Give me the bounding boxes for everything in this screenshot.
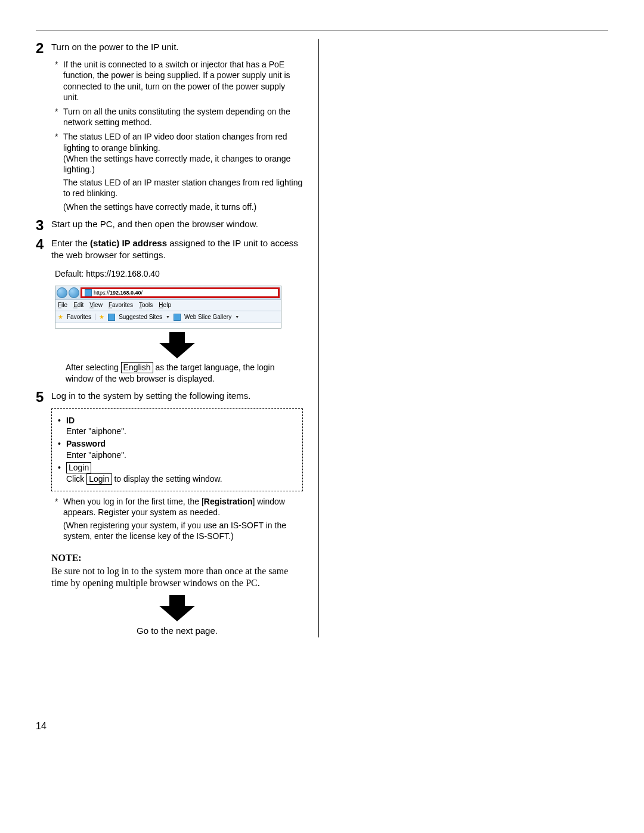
address-bar-highlight: https://192.168.0.40/	[80, 287, 280, 298]
asterisk: *	[55, 106, 63, 128]
address-text: https://192.168.0.40/	[94, 289, 143, 296]
menu-item: Edit	[73, 301, 83, 309]
menu-item: View	[89, 301, 103, 309]
text-bold: Registration	[204, 497, 253, 506]
step-number: 5	[36, 390, 51, 637]
sub-continuation: (When the settings have correctly made, …	[63, 202, 303, 212]
dropdown-icon: ▼	[166, 314, 170, 320]
left-column: 2 Turn on the power to the IP unit. * If…	[36, 39, 318, 637]
step-title: Start up the PC, and then open the brows…	[51, 218, 303, 230]
login-box: Login	[86, 473, 112, 485]
menu-item: Help	[159, 301, 171, 309]
star-icon: ★	[58, 313, 63, 321]
bullet-body: Login Click Login to display the setting…	[66, 462, 296, 485]
arrow-down-icon	[159, 595, 195, 621]
bullet-body: ID Enter "aiphone".	[66, 415, 296, 438]
text: (When the settings have correctly made, …	[63, 154, 290, 174]
browser-favorites-bar: ★ Favorites ★ Suggested Sites ▼ Web Slic…	[55, 311, 281, 323]
sub-text: Turn on all the units constituting the s…	[63, 106, 303, 128]
after-language-text: After selecting English as the target la…	[66, 362, 303, 384]
menu-item: Favorites	[109, 301, 133, 309]
bullet-dot: •	[58, 438, 66, 461]
bullet-item: • Login Click Login to display the setti…	[58, 462, 296, 485]
default-url: Default: https://192.168.0.40	[55, 268, 303, 280]
browser-toolbar: https://192.168.0.40/	[55, 286, 281, 299]
browser-viewport	[55, 323, 281, 328]
step-number: 2	[36, 41, 51, 215]
step-body: Turn on the power to the IP unit. * If t…	[51, 41, 303, 215]
browser-screenshot: https://192.168.0.40/ File Edit View Fav…	[55, 286, 281, 329]
note-heading: NOTE:	[51, 552, 303, 565]
step-2: 2 Turn on the power to the IP unit. * If…	[36, 41, 303, 215]
id-label: ID	[66, 416, 75, 425]
sub-continuation: (When registering your system, if you us…	[63, 520, 303, 541]
step-number: 4	[36, 237, 51, 385]
step-title: Log in to the system by setting the foll…	[51, 390, 303, 402]
text-bold: (static) IP address	[90, 238, 167, 248]
browser-menu: File Edit View Favorites Tools Help	[55, 299, 281, 311]
forward-icon	[69, 287, 79, 298]
bullet-item: • ID Enter "aiphone".	[58, 415, 296, 438]
bullet-dot: •	[58, 415, 66, 438]
page-icon	[174, 314, 181, 321]
asterisk: *	[55, 59, 63, 103]
sub-continuation: The status LED of an IP master station c…	[63, 177, 303, 199]
arrow-down-icon	[159, 332, 195, 358]
step-title: Enter the (static) IP address assigned t…	[51, 237, 303, 262]
asterisk: *	[55, 496, 63, 518]
text: The status LED of an IP video door stati…	[63, 132, 287, 152]
step-5: 5 Log in to the system by setting the fo…	[36, 390, 303, 637]
fav-link: Suggested Sites	[119, 313, 162, 321]
step-4: 4 Enter the (static) IP address assigned…	[36, 237, 303, 385]
top-rule	[36, 30, 608, 30]
favorites-label: Favorites	[67, 313, 91, 321]
text: Enter the	[51, 238, 90, 248]
page-number: 14	[36, 721, 608, 732]
two-column-layout: 2 Turn on the power to the IP unit. * If…	[36, 39, 608, 637]
password-label: Password	[66, 439, 106, 448]
dropdown-icon: ▼	[235, 314, 239, 320]
password-text: Enter "aiphone".	[66, 450, 126, 460]
step-title: Turn on the power to the IP unit.	[51, 41, 303, 53]
step-number: 3	[36, 218, 51, 236]
note-body: Be sure not to log in to the system more…	[51, 565, 303, 589]
url-prefix: https://	[94, 290, 110, 296]
bullet-item: • Password Enter "aiphone".	[58, 438, 296, 461]
asterisk: *	[55, 131, 63, 175]
text: When you log in for the first time, the …	[63, 497, 204, 506]
text: Click	[66, 474, 86, 484]
right-column	[319, 39, 608, 637]
sub-note: * When you log in for the first time, th…	[55, 496, 303, 518]
page-icon	[85, 289, 92, 296]
bullet-dot: •	[58, 462, 66, 485]
back-icon	[57, 287, 67, 298]
step-body: Log in to the system by setting the foll…	[51, 390, 303, 637]
text: After selecting	[66, 363, 121, 372]
text: static) IP address	[93, 238, 167, 248]
login-box: Login	[66, 462, 91, 473]
sub-text: If the unit is connected to a switch or …	[63, 59, 303, 103]
page-icon	[108, 314, 115, 321]
url-host: 192.168.0.40	[110, 290, 141, 296]
step-body: Start up the PC, and then open the brows…	[51, 218, 303, 236]
login-items-box: • ID Enter "aiphone". • Password Enter "…	[51, 408, 303, 491]
next-page-text: Go to the next page.	[51, 625, 303, 637]
fav-link: Web Slice Gallery	[184, 313, 231, 321]
sub-text: When you log in for the first time, the …	[63, 496, 303, 518]
step-body: Enter the (static) IP address assigned t…	[51, 237, 303, 385]
star-icon: ★	[99, 313, 104, 321]
id-text: Enter "aiphone".	[66, 426, 126, 436]
menu-item: Tools	[139, 301, 153, 309]
sub-text: The status LED of an IP video door stati…	[63, 131, 303, 175]
step-3: 3 Start up the PC, and then open the bro…	[36, 218, 303, 236]
sub-note: * Turn on all the units constituting the…	[55, 106, 303, 128]
bullet-body: Password Enter "aiphone".	[66, 438, 296, 461]
sub-note: * If the unit is connected to a switch o…	[55, 59, 303, 103]
url-suffix: /	[141, 290, 143, 296]
menu-item: File	[58, 301, 67, 309]
sub-note: * The status LED of an IP video door sta…	[55, 131, 303, 175]
text: to display the setting window.	[112, 474, 222, 484]
manual-page: 2 Turn on the power to the IP unit. * If…	[0, 0, 644, 750]
language-box: English	[121, 362, 153, 373]
